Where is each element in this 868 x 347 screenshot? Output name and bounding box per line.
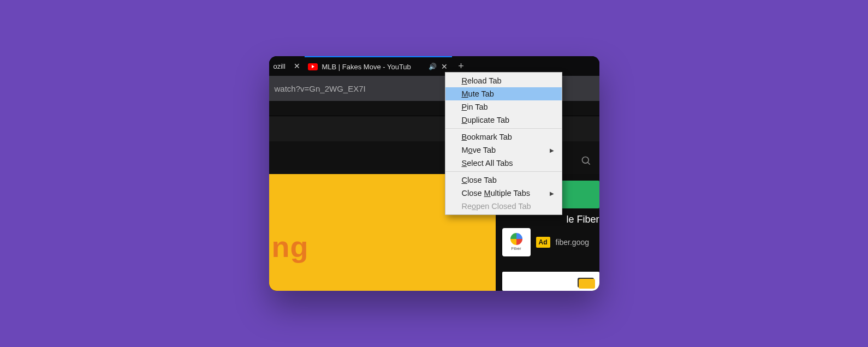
menu-item[interactable]: Move Tab▶ xyxy=(445,143,562,157)
menu-item[interactable]: Duplicate Tab xyxy=(445,113,562,127)
ad-url: fiber.goog xyxy=(556,238,590,247)
menu-item-label: Reload Tab xyxy=(462,76,502,85)
active-tab[interactable]: MLB | Fakes Move - YouTub 🔊 ✕ xyxy=(305,56,452,76)
menu-item-label: Reopen Closed Tab xyxy=(462,202,531,211)
menu-item-label: Pin Tab xyxy=(462,103,488,111)
video-overlay-text: ting xyxy=(269,230,309,264)
svg-line-1 xyxy=(587,163,590,165)
url-text[interactable]: watch?v=Gn_2WG_EX7I xyxy=(274,84,366,93)
tab-context-menu: Reload TabMute TabPin TabDuplicate TabBo… xyxy=(445,72,562,215)
menu-item-label: Select All Tabs xyxy=(462,159,513,167)
chevron-right-icon: ▶ xyxy=(550,190,554,196)
youtube-icon xyxy=(308,63,318,70)
plus-icon: + xyxy=(458,61,464,72)
menu-item-label: Close Multiple Tabs xyxy=(462,189,530,198)
menu-item[interactable]: Bookmark Tab xyxy=(445,130,562,143)
tab-label: MLB | Fakes Move - YouTub xyxy=(321,63,425,71)
ad-title: le Fiber xyxy=(566,214,599,225)
menu-item-label: Duplicate Tab xyxy=(462,116,510,124)
search-icon[interactable] xyxy=(581,155,592,169)
menu-item[interactable]: Close Tab xyxy=(445,174,562,187)
menu-item[interactable]: Close Multiple Tabs▶ xyxy=(445,187,562,200)
ad-thumbnail: Fiber xyxy=(502,228,531,256)
menu-separator xyxy=(445,128,562,129)
menu-item: Reopen Closed Tab xyxy=(445,200,562,213)
menu-item-label: Close Tab xyxy=(462,176,497,184)
menu-item-label: Mute Tab xyxy=(462,89,494,98)
menu-item[interactable]: Select All Tabs xyxy=(445,157,562,170)
menu-item-label: Move Tab xyxy=(462,146,496,154)
ad-row[interactable]: Fiber Ad fiber.goog xyxy=(502,228,599,256)
tab-label: ozill xyxy=(272,62,289,70)
browser-window: ozill ✕ MLB | Fakes Move - YouTub 🔊 ✕ + … xyxy=(269,56,599,291)
recommendation-card[interactable] xyxy=(502,272,599,291)
close-icon[interactable]: ✕ xyxy=(440,62,449,71)
menu-item[interactable]: Pin Tab xyxy=(445,100,562,113)
menu-item[interactable]: Reload Tab xyxy=(445,74,562,87)
background-tab[interactable]: ozill ✕ xyxy=(269,56,305,76)
ad-badge: Ad xyxy=(536,237,550,248)
menu-item-label: Bookmark Tab xyxy=(462,133,512,141)
svg-point-0 xyxy=(582,157,588,164)
close-icon[interactable]: ✕ xyxy=(293,61,301,71)
chevron-right-icon: ▶ xyxy=(550,147,554,153)
menu-item[interactable]: Mute Tab xyxy=(445,87,562,100)
menu-separator xyxy=(445,171,562,172)
audio-playing-icon[interactable]: 🔊 xyxy=(429,63,437,70)
